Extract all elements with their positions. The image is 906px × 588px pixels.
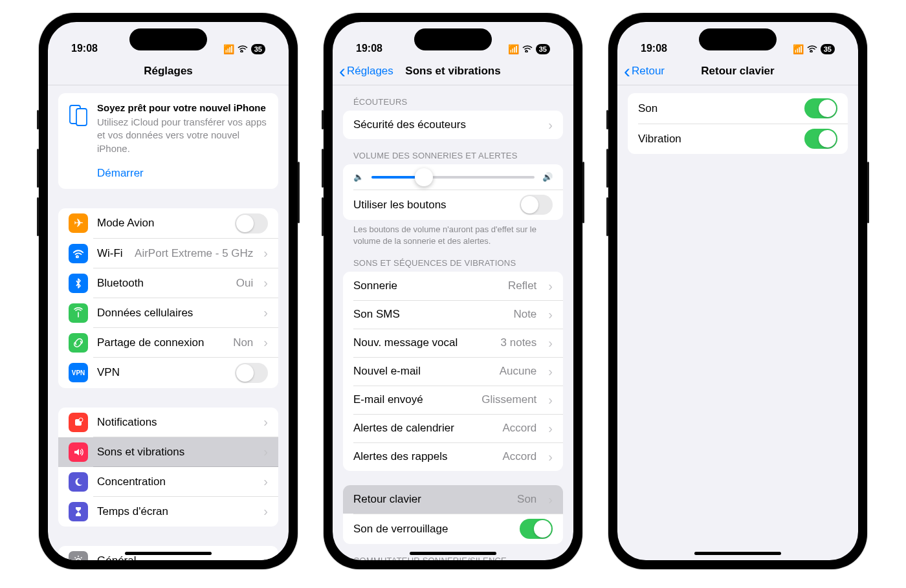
screen-sons: 19:08 📶 35 Réglages Sons et vibrations É… <box>333 22 573 560</box>
settings-row[interactable]: Notifications › <box>58 408 278 437</box>
row-label: Nouvel e-mail <box>353 365 491 378</box>
row-label: Temps d'écran <box>97 505 253 518</box>
row-label: Notifications <box>97 416 253 429</box>
sound-row[interactable]: Alertes des rappels Accord › <box>343 442 563 471</box>
chevron-icon: › <box>548 336 553 351</box>
phone-2: 19:08 📶 35 Réglages Sons et vibrations É… <box>324 13 582 569</box>
promo-row[interactable]: Soyez prêt pour votre nouvel iPhone Util… <box>58 93 278 160</box>
toggle[interactable] <box>235 213 268 234</box>
settings-row[interactable]: Temps d'écran › <box>58 497 278 527</box>
cellular-signal-icon: 📶 <box>793 44 804 54</box>
settings-row[interactable]: Wi-Fi AirPort Extreme - 5 GHz› <box>58 239 278 268</box>
keyboard-feedback-row[interactable]: Vibration <box>628 124 848 154</box>
chevron-icon: › <box>548 118 553 133</box>
row-verrouillage[interactable]: Son de verrouillage <box>343 514 563 544</box>
settings-row[interactable]: Concentration › <box>58 467 278 497</box>
wifi-icon <box>238 44 248 54</box>
row-value: Glissement <box>481 393 536 406</box>
row-icon: ✈ <box>69 213 88 233</box>
status-bar: 19:08 📶 35 <box>48 22 289 57</box>
row-label: Bluetooth <box>97 277 228 290</box>
svg-rect-1 <box>76 109 87 125</box>
navbar: Réglages Sons et vibrations <box>333 57 573 85</box>
connectivity-group: ✈ Mode Avion Wi-Fi AirPort Extreme - 5 G… <box>58 208 278 388</box>
battery-level: 35 <box>821 44 835 54</box>
status-time: 19:08 <box>641 43 667 54</box>
toggle-utiliser-boutons[interactable] <box>520 195 553 215</box>
row-label: VPN <box>97 366 227 379</box>
cellular-signal-icon: 📶 <box>223 44 234 54</box>
toggle-verrouillage[interactable] <box>520 519 553 539</box>
row-icon <box>69 244 88 263</box>
notifications-group: Notifications › Sons et vibrations › Con… <box>58 408 278 527</box>
promo-start-button[interactable]: Démarrer <box>58 160 278 189</box>
settings-row[interactable]: ✈ Mode Avion <box>58 208 278 239</box>
settings-row[interactable]: Partage de connexion Non› <box>58 328 278 358</box>
home-indicator[interactable] <box>410 552 496 555</box>
row-label: Général <box>97 554 253 560</box>
row-label: Son <box>638 102 795 115</box>
back-button[interactable]: Réglages <box>339 65 393 78</box>
settings-row[interactable]: Sons et vibrations › <box>58 437 278 467</box>
row-value: 3 notes <box>501 336 537 349</box>
chevron-icon: › <box>263 415 268 430</box>
back-button[interactable]: Retour <box>624 65 665 78</box>
footer-volume: Les boutons de volume n'auront pas d'eff… <box>333 220 573 246</box>
row-value: Accord <box>502 422 536 435</box>
chevron-icon: › <box>263 553 268 560</box>
toggle[interactable] <box>235 363 268 383</box>
sound-row[interactable]: Alertes de calendrier Accord › <box>343 414 563 442</box>
volume-slider-row[interactable]: 🔈 🔊 <box>343 164 563 190</box>
row-value: Aucune <box>500 365 537 378</box>
toggle[interactable] <box>804 98 837 118</box>
row-label: Concentration <box>97 475 253 488</box>
chevron-icon: › <box>548 421 553 436</box>
phones-icon <box>69 103 88 155</box>
row-utiliser-boutons[interactable]: Utiliser les boutons <box>343 190 563 220</box>
row-icon <box>69 502 88 521</box>
row-label: Vibration <box>638 133 795 146</box>
status-bar: 19:08 📶 35 <box>617 22 858 57</box>
row-value: AirPort Extreme - 5 GHz <box>135 247 253 260</box>
sound-row[interactable]: E-mail envoyé Glissement › <box>343 386 563 414</box>
chevron-icon: › <box>263 335 268 350</box>
battery-level: 35 <box>536 44 550 54</box>
navbar: Retour Retour clavier <box>617 57 858 85</box>
section-ecouteurs: ÉCOUTEURS <box>333 85 573 111</box>
row-retour-clavier[interactable]: Retour clavier Son › <box>343 485 563 514</box>
sound-row[interactable]: Son SMS Note › <box>343 300 563 329</box>
row-value: Note <box>513 308 536 321</box>
row-value: Oui <box>236 277 253 290</box>
chevron-icon: › <box>548 492 553 507</box>
row-value: Accord <box>502 450 536 463</box>
settings-row[interactable]: VPN VPN <box>58 358 278 388</box>
chevron-icon: › <box>548 450 553 464</box>
row-label: Nouv. message vocal <box>353 336 492 349</box>
status-time: 19:08 <box>71 43 98 54</box>
sound-row[interactable]: Sonnerie Reflet › <box>343 272 563 300</box>
promo-title: Soyez prêt pour votre nouvel iPhone <box>97 102 268 113</box>
status-bar: 19:08 📶 35 <box>333 22 573 57</box>
keyboard-feedback-row[interactable]: Son <box>628 93 848 124</box>
row-icon <box>69 303 88 323</box>
toggle[interactable] <box>804 129 837 149</box>
home-indicator[interactable] <box>694 552 781 555</box>
chevron-icon: › <box>263 246 268 261</box>
row-icon <box>69 274 88 293</box>
row-securite-ecouteurs[interactable]: Sécurité des écouteurs › <box>343 111 563 139</box>
chevron-icon: › <box>548 364 553 379</box>
row-label: Sonnerie <box>353 279 499 292</box>
home-indicator[interactable] <box>125 552 212 555</box>
settings-row[interactable]: Bluetooth Oui› <box>58 268 278 298</box>
row-label: Alertes de calendrier <box>353 422 493 435</box>
settings-row[interactable]: Données cellulaires › <box>58 298 278 328</box>
volume-slider[interactable] <box>371 176 535 179</box>
svg-point-3 <box>79 418 83 422</box>
row-icon: VPN <box>69 363 88 382</box>
promo-card: Soyez prêt pour votre nouvel iPhone Util… <box>58 93 278 189</box>
sound-row[interactable]: Nouvel e-mail Aucune › <box>343 357 563 386</box>
page-title: Réglages <box>48 65 289 78</box>
row-label: Mode Avion <box>97 217 227 230</box>
wifi-icon <box>807 44 817 54</box>
sound-row[interactable]: Nouv. message vocal 3 notes › <box>343 329 563 357</box>
